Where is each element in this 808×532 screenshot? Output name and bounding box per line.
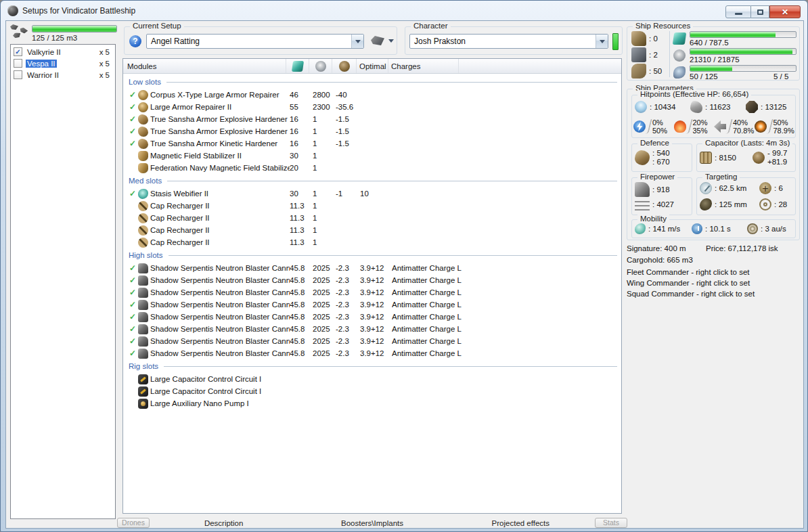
dronebay-bar xyxy=(690,65,796,72)
cpu-usage-value: 640 / 787.5 xyxy=(690,39,729,47)
module-cpu-value: 20 xyxy=(290,164,313,172)
cpu-column-header[interactable] xyxy=(286,59,309,73)
module-row[interactable]: Cap Recharger II11.31 xyxy=(123,236,621,248)
module-row[interactable]: ✓Shadow Serpentis Neutron Blaster Cannon… xyxy=(123,323,621,335)
module-row[interactable]: ✓Shadow Serpentis Neutron Blaster Cannon… xyxy=(123,347,621,359)
squad-commander-setter[interactable]: Squad Commander - right click to set xyxy=(627,290,755,298)
armor-repairer-icon xyxy=(138,90,148,100)
close-icon: ✕ xyxy=(782,7,788,17)
module-row[interactable]: ✓Shadow Serpentis Neutron Blaster Cannon… xyxy=(123,335,621,347)
module-row[interactable]: ✓Corpus X-Type Large Armor Repairer46280… xyxy=(123,89,621,101)
cap-recharger-icon xyxy=(138,238,148,248)
character-select[interactable]: Josh Prakston xyxy=(409,34,608,49)
drone-list[interactable]: ✓Valkyrie IIx 5Vespa IIx 5Warrior IIx 5 xyxy=(10,44,116,519)
module-powergrid-value: 2025 xyxy=(313,264,336,272)
module-row[interactable]: Large Capacitor Control Circuit I xyxy=(123,373,621,385)
module-capacitor-value: -35.6 xyxy=(336,103,360,111)
setup-select[interactable]: Angel Ratting xyxy=(146,34,364,49)
thermal-resist-icon xyxy=(674,120,686,133)
module-row[interactable]: Federation Navy Magnetic Field Stabilize… xyxy=(123,162,621,174)
module-cpu-value: 11.3 xyxy=(290,226,313,234)
maximize-button[interactable] xyxy=(751,5,769,18)
drone-checkbox[interactable] xyxy=(14,70,22,79)
tab-projected-effects[interactable]: Projected effects xyxy=(447,519,595,527)
titlebar[interactable]: Setups for Vindicator Battleship xyxy=(1,1,807,20)
drone-list-item[interactable]: ✓Valkyrie IIx 5 xyxy=(12,46,114,58)
charges-column-header[interactable]: Charges xyxy=(388,59,458,73)
tab-description[interactable]: Description xyxy=(150,519,298,527)
module-row[interactable]: ✓Shadow Serpentis Neutron Blaster Cannon… xyxy=(123,274,621,286)
module-charge-value: Antimatter Charge L xyxy=(392,264,462,272)
capacitor-drain-bottom: +81.9 xyxy=(767,158,787,167)
module-powergrid-value: 1 xyxy=(313,115,336,123)
module-powergrid-value: 1 xyxy=(313,202,336,210)
module-row[interactable]: ✓Shadow Serpentis Neutron Blaster Cannon… xyxy=(123,262,621,274)
modules-table-header[interactable]: Modules Optimal Charges xyxy=(123,59,621,74)
module-row[interactable]: Magnetic Field Stabilizer II301 xyxy=(123,150,621,162)
module-capacitor-value: -2.3 xyxy=(336,349,360,357)
defence-group: Defence : 540: 670 xyxy=(631,143,692,172)
module-row[interactable]: ✓Shadow Serpentis Neutron Blaster Cannon… xyxy=(123,298,621,311)
hardener-icon xyxy=(138,139,148,149)
minimize-button[interactable] xyxy=(725,5,751,18)
drone-list-item[interactable]: Vespa IIx 5 xyxy=(12,58,114,69)
powergrid-column-header[interactable] xyxy=(309,59,332,73)
drone-bay-bar-fill xyxy=(32,26,116,32)
module-row[interactable]: Cap Recharger II11.31 xyxy=(123,224,621,236)
drone-menu-button[interactable] xyxy=(371,36,394,45)
module-charge-value: Antimatter Charge L xyxy=(392,337,462,345)
slot-group-header: Rig slots xyxy=(123,359,621,373)
kinetic-resist-icon xyxy=(714,120,726,133)
capacitor-column-header[interactable] xyxy=(332,59,356,73)
module-row[interactable]: Large Auxiliary Nano Pump I xyxy=(123,397,621,409)
module-row[interactable]: Cap Recharger II11.31 xyxy=(123,212,621,224)
armor-hp-value: : 11623 xyxy=(705,103,731,111)
module-active-check-icon: ✓ xyxy=(127,127,138,136)
wing-commander-setter[interactable]: Wing Commander - right click to set xyxy=(627,279,750,287)
module-row[interactable]: ✓Shadow Serpentis Neutron Blaster Cannon… xyxy=(123,286,621,298)
module-cpu-value: 45.8 xyxy=(290,349,313,357)
drones-button[interactable]: Drones xyxy=(117,518,150,528)
tab-boosters-implants[interactable]: Boosters\Implants xyxy=(298,519,446,527)
module-name: True Sansha Armor Explosive Hardener xyxy=(150,115,290,123)
module-optimal-value: 3.9+12 xyxy=(360,288,392,296)
help-icon[interactable]: ? xyxy=(129,35,141,47)
module-optimal-value: 3.9+12 xyxy=(360,349,392,357)
drone-checkbox[interactable] xyxy=(14,59,22,68)
character-group: Character Josh Prakston xyxy=(405,26,623,55)
resist-top-value: 40% xyxy=(733,118,754,127)
module-row[interactable]: Cap Recharger II11.31 xyxy=(123,200,621,212)
blaster-icon xyxy=(138,300,148,310)
module-active-check-icon: ✓ xyxy=(127,90,138,99)
module-cpu-value: 11.3 xyxy=(290,214,313,222)
module-row[interactable]: ✓True Sansha Armor Kinetic Hardener161-1… xyxy=(123,137,621,150)
module-capacitor-value: -2.3 xyxy=(336,337,360,345)
module-row[interactable]: Large Capacitor Control Circuit I xyxy=(123,385,621,397)
stats-button[interactable]: Stats xyxy=(595,518,627,528)
resist-divider xyxy=(766,119,773,134)
module-active-check-icon: ✓ xyxy=(127,139,138,148)
character-select-arrow[interactable] xyxy=(596,35,608,48)
optimal-column-header[interactable]: Optimal xyxy=(356,59,388,73)
current-setup-label: Current Setup xyxy=(130,22,184,30)
scan-resolution-icon xyxy=(700,198,712,210)
rig-ccc-icon xyxy=(138,374,148,384)
module-row[interactable]: ✓Large Armor Repairer II552300-35.6 xyxy=(123,101,621,113)
module-row[interactable]: ✓Shadow Serpentis Neutron Blaster Cannon… xyxy=(123,311,621,323)
slot-group-header: Low slots xyxy=(123,75,621,89)
module-active-check-icon: ✓ xyxy=(127,288,138,297)
defence-bottom-value: : 670 xyxy=(652,158,670,167)
module-row[interactable]: ✓True Sansha Armor Explosive Hardener161… xyxy=(123,125,621,137)
cap-recharger-icon xyxy=(138,213,148,223)
resist-values: 0%50% xyxy=(652,118,667,135)
module-row[interactable]: ✓Stasis Webifier II301-110 xyxy=(123,187,621,200)
close-button[interactable]: ✕ xyxy=(769,5,801,18)
module-active-check-icon: ✓ xyxy=(127,102,138,112)
setup-select-arrow[interactable] xyxy=(351,35,363,48)
modules-column-header[interactable]: Modules xyxy=(123,62,286,70)
fleet-commander-setter[interactable]: Fleet Commander - right click to set xyxy=(627,268,750,276)
module-row[interactable]: ✓True Sansha Armor Explosive Hardener161… xyxy=(123,113,621,125)
max-velocity-icon xyxy=(635,223,646,234)
drone-checkbox[interactable]: ✓ xyxy=(14,47,22,56)
drone-list-item[interactable]: Warrior IIx 5 xyxy=(12,69,114,81)
